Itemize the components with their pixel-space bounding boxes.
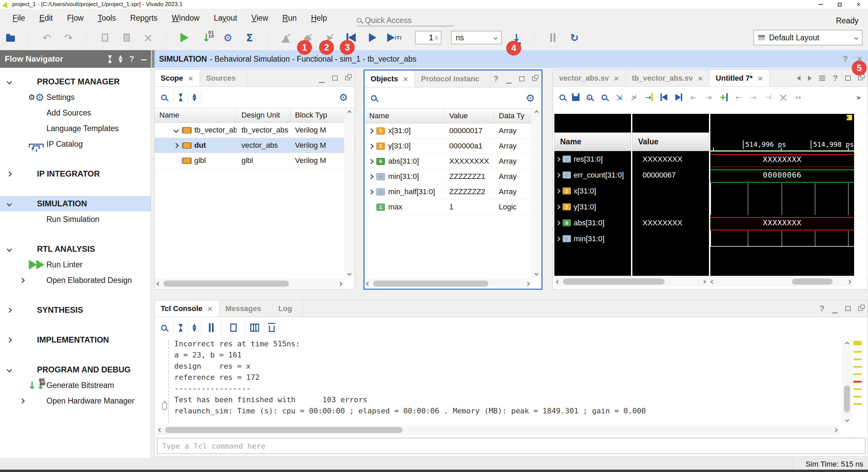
editor-tab[interactable]: tb_vector_abs.sv × bbox=[626, 70, 710, 86]
object-row[interactable]: max 1 Logic bbox=[364, 200, 541, 215]
minimize-panel-icon[interactable] bbox=[832, 312, 838, 313]
tree-chevron-icon[interactable] bbox=[556, 188, 560, 193]
tree-chevron-icon[interactable] bbox=[7, 337, 12, 343]
column-header-data-type[interactable]: Data Ty bbox=[494, 109, 531, 123]
expand-all-icon[interactable] bbox=[119, 55, 123, 63]
panel-tab[interactable]: Scope × bbox=[155, 70, 200, 86]
relaunch-simulation-icon[interactable] bbox=[567, 30, 581, 45]
prev-tab-icon[interactable] bbox=[797, 76, 801, 81]
editor-tab[interactable]: Untitled 7* × bbox=[710, 70, 770, 86]
help-icon[interactable] bbox=[820, 304, 825, 313]
close-tab-icon[interactable]: × bbox=[403, 75, 409, 83]
log-marker[interactable] bbox=[853, 396, 862, 397]
simulation-time-field[interactable]: ⊗ bbox=[415, 31, 441, 44]
maximize-panel-icon[interactable] bbox=[845, 306, 851, 311]
float-panel-icon[interactable] bbox=[345, 76, 350, 80]
zoom-in-icon[interactable]: + bbox=[587, 95, 592, 100]
tree-chevron-icon[interactable] bbox=[369, 159, 374, 164]
log-marker[interactable] bbox=[853, 381, 862, 383]
column-header-value[interactable]: Value bbox=[445, 109, 494, 123]
flow-navigator-item[interactable]: SYNTHESIS bbox=[0, 302, 151, 318]
wave-signal-row[interactable]: y[31:0] bbox=[554, 199, 631, 215]
menu-item[interactable]: Layout bbox=[206, 11, 244, 25]
expand-all-icon[interactable] bbox=[193, 93, 197, 102]
collapse-all-icon[interactable] bbox=[108, 55, 112, 63]
float-panel-icon[interactable] bbox=[532, 77, 537, 81]
log-marker[interactable] bbox=[853, 341, 862, 345]
close-tab-icon[interactable]: × bbox=[188, 74, 194, 82]
vertical-scrollbar[interactable] bbox=[344, 108, 354, 278]
wave-signal-row[interactable]: abs[31:0] bbox=[554, 215, 631, 231]
flow-navigator-item[interactable]: IP INTEGRATOR bbox=[0, 166, 151, 182]
tree-chevron-icon[interactable] bbox=[7, 307, 12, 313]
paste-icon[interactable] bbox=[119, 30, 134, 45]
tree-chevron-icon[interactable] bbox=[7, 79, 12, 84]
log-marker[interactable] bbox=[853, 358, 862, 360]
editor-tab[interactable]: vector_abs.sv × bbox=[553, 70, 626, 86]
column-header-name[interactable]: Name bbox=[155, 108, 237, 122]
horizontal-scrollbar[interactable] bbox=[157, 425, 839, 435]
help-icon[interactable] bbox=[833, 74, 838, 83]
float-panel-icon[interactable] bbox=[858, 306, 863, 311]
column-header-value[interactable]: Value bbox=[632, 132, 709, 151]
search-icon[interactable] bbox=[161, 95, 167, 100]
column-header-design-unit[interactable]: Design Unit bbox=[237, 108, 290, 122]
minimize-panel-icon[interactable] bbox=[506, 83, 512, 84]
settings-gear-icon[interactable] bbox=[523, 91, 537, 105]
menu-item[interactable]: Run bbox=[275, 11, 304, 25]
settings-gear-icon[interactable] bbox=[221, 30, 235, 45]
flow-navigator-item[interactable]: Run Simulation bbox=[0, 211, 151, 227]
menu-item[interactable]: Flow bbox=[60, 11, 91, 25]
panel-tab[interactable]: Sources bbox=[200, 70, 247, 86]
window-minimize-button[interactable] bbox=[811, 0, 830, 9]
flow-navigator-item[interactable]: Language Templates bbox=[0, 121, 151, 136]
go-to-time-icon[interactable]: → bbox=[644, 92, 654, 102]
toggle-columns-icon[interactable] bbox=[250, 324, 259, 332]
panel-tab[interactable]: Messages bbox=[219, 300, 272, 317]
tree-chevron-icon[interactable] bbox=[7, 246, 12, 252]
object-row[interactable]: min[31:0] ZZZZZZZ1 Array bbox=[364, 169, 541, 184]
redo-icon[interactable] bbox=[61, 30, 76, 45]
search-icon[interactable] bbox=[371, 95, 377, 101]
panel-tab[interactable]: Log bbox=[272, 300, 303, 317]
run-icon[interactable] bbox=[177, 30, 192, 45]
wave-signal-row[interactable]: err_count[31:0] bbox=[554, 167, 631, 183]
help-icon[interactable] bbox=[843, 54, 848, 64]
tree-chevron-icon[interactable] bbox=[556, 220, 560, 225]
tree-chevron-icon[interactable] bbox=[20, 278, 25, 283]
flow-navigator-item[interactable]: Open Hardware Manager bbox=[0, 393, 151, 409]
zoom-out-icon[interactable]: − bbox=[601, 95, 607, 100]
expand-all-icon[interactable] bbox=[193, 323, 197, 332]
undo-icon[interactable] bbox=[40, 30, 54, 45]
scrollbar-thumb[interactable] bbox=[563, 279, 665, 285]
tree-chevron-icon[interactable] bbox=[7, 367, 12, 372]
log-marker[interactable] bbox=[853, 351, 862, 353]
toolbar-overflow-icon[interactable]: » bbox=[853, 92, 864, 102]
tree-chevron-icon[interactable] bbox=[7, 201, 12, 206]
scroll-anchor-icon[interactable] bbox=[162, 402, 167, 410]
wave-signal-row[interactable]: x[31:0] bbox=[554, 183, 631, 199]
maximize-panel-icon[interactable] bbox=[519, 76, 525, 81]
time-unit-select[interactable]: ns bbox=[451, 31, 502, 44]
wave-signal-row[interactable]: res[31:0] bbox=[554, 151, 631, 167]
object-row[interactable]: min_half[31:0] ZZZZZZZ2 Array bbox=[364, 184, 541, 200]
delete-icon[interactable] bbox=[141, 30, 155, 45]
tree-chevron-icon[interactable] bbox=[369, 174, 374, 179]
run-for-time-icon[interactable]: (T) bbox=[387, 30, 401, 45]
horizontal-scrollbar[interactable] bbox=[155, 279, 344, 289]
flow-navigator-item[interactable]: Add Sources bbox=[0, 105, 151, 121]
copy-icon[interactable] bbox=[98, 30, 112, 45]
flow-navigator-item[interactable]: PROGRAM AND DEBUG bbox=[0, 362, 151, 377]
tree-chevron-icon[interactable] bbox=[174, 127, 179, 133]
flow-navigator-item[interactable]: Run Linter bbox=[0, 257, 151, 272]
panel-tab[interactable]: Protocol Instanc bbox=[415, 70, 490, 87]
time-input[interactable] bbox=[420, 33, 433, 42]
layout-selector[interactable]: Default Layout bbox=[753, 30, 863, 45]
scope-row[interactable]: tb_vector_abs tb_vector_abs Verilog M bbox=[155, 123, 355, 138]
tree-chevron-icon[interactable] bbox=[369, 143, 374, 149]
clear-console-icon[interactable] bbox=[269, 326, 275, 332]
object-row[interactable]: x[31:0] 00000017 Array bbox=[364, 123, 541, 139]
tab-menu-icon[interactable] bbox=[819, 78, 825, 79]
tree-chevron-icon[interactable] bbox=[556, 172, 560, 177]
window-close-button[interactable]: × bbox=[849, 0, 868, 9]
